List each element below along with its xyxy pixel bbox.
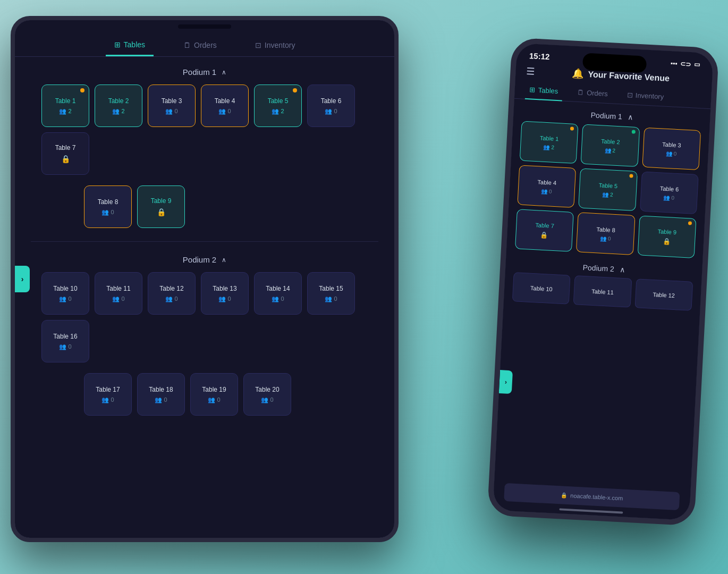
phone-table-card-5[interactable]: Table 5 👥 2	[579, 168, 638, 211]
table-card-20[interactable]: Table 20 👥 0	[243, 373, 291, 416]
table-card-12[interactable]: Table 12 👥 0	[148, 272, 196, 315]
table2-guests: 👥 2	[112, 108, 124, 115]
phone-table-card-3[interactable]: Table 3 👥 0	[642, 128, 701, 171]
table-card-4[interactable]: Table 4 👥 0	[201, 85, 249, 127]
table1-name: Table 1	[55, 97, 76, 105]
table17-name: Table 17	[96, 386, 120, 393]
phone-podium2-chevron[interactable]: ∧	[619, 265, 625, 274]
phone-inventory-label: Inventory	[635, 91, 664, 101]
phone-table10-name: Table 10	[530, 284, 553, 292]
table12-name: Table 12	[159, 285, 183, 292]
table20-guests: 👥 0	[261, 396, 273, 403]
phone-table11-name: Table 11	[591, 288, 614, 295]
tab-tables[interactable]: ⊞ Tables	[106, 36, 154, 56]
phone-table6-guests: 👥 0	[663, 194, 674, 200]
table12-guests: 👥 0	[165, 296, 177, 302]
table3-guests: 👥 0	[165, 108, 177, 115]
tablet-notch	[178, 24, 231, 29]
table15-guests: 👥 0	[325, 296, 337, 302]
phone-device: 15:12 ▪▪▪ ⊂⊃ ▭ ☰ 🔔 Your Favorite Venue ⊞…	[487, 37, 719, 526]
table17-guests: 👥 0	[101, 396, 114, 403]
table-card-13[interactable]: Table 13 👥 0	[201, 272, 249, 315]
table14-name: Table 14	[266, 285, 290, 292]
phone-table1-guests: 👥 2	[543, 144, 554, 150]
podium2-chevron[interactable]: ∧	[222, 256, 226, 264]
table-card-6[interactable]: Table 6 👥 0	[307, 85, 355, 127]
phone-sidebar-toggle[interactable]: ›	[499, 370, 513, 394]
phone-table2-guests: 👥 2	[605, 147, 616, 153]
phone-table-card-6[interactable]: Table 6 👥 0	[640, 172, 699, 215]
table5-name: Table 5	[268, 97, 289, 105]
phone-tab-orders[interactable]: 🗒 Orders	[572, 85, 612, 104]
table-card-18[interactable]: Table 18 👥 0	[137, 373, 185, 416]
table-card-7[interactable]: Table 7 🔒	[41, 132, 89, 175]
table-card-14[interactable]: Table 14 👥 0	[254, 272, 302, 315]
phone-podium1-chevron[interactable]: ∧	[627, 113, 633, 122]
phone-status-icons: ▪▪▪ ⊂⊃ ▭	[671, 60, 700, 69]
table-card-10[interactable]: Table 10 👥 0	[41, 272, 89, 315]
table-card-3[interactable]: Table 3 👥 0	[148, 85, 196, 127]
table-card-1[interactable]: Table 1 👥 2	[41, 85, 89, 127]
inventory-label: Inventory	[265, 41, 295, 49]
tab-inventory[interactable]: ⊡ Inventory	[247, 36, 304, 56]
tables-label: Tables	[124, 40, 145, 49]
table7-lock-icon: 🔒	[61, 155, 70, 163]
phone-tab-tables[interactable]: ⊞ Tables	[525, 82, 563, 101]
phone-url-bar: 🔒 noacafe.table-x.com	[504, 483, 680, 510]
table-card-5[interactable]: Table 5 👥 2	[254, 85, 302, 127]
phone-table1-name: Table 1	[540, 134, 559, 142]
podium2-tables-row2: Table 17 👥 0 Table 18 👥 0 Table 19 👥 0 T…	[15, 373, 394, 426]
signal-icon: ▪▪▪	[671, 60, 678, 67]
phone-table-card-2[interactable]: Table 2 👥 2	[581, 124, 640, 167]
table1-guests: 👥 2	[59, 108, 71, 115]
hamburger-icon[interactable]: ☰	[526, 65, 535, 78]
phone-table-card-4[interactable]: Table 4 👥 0	[517, 165, 576, 208]
phone-orders-label: Orders	[587, 89, 608, 98]
table4-name: Table 4	[215, 97, 235, 105]
table6-name: Table 6	[321, 97, 342, 105]
inventory-icon: ⊡	[255, 41, 261, 49]
phone-table-card-7[interactable]: Table 7 🔒	[515, 209, 574, 252]
phone-table-card-8[interactable]: Table 8 👥 0	[576, 212, 635, 255]
dynamic-island	[582, 53, 647, 73]
tab-orders[interactable]: 🗒 Orders	[175, 36, 225, 56]
table-card-16[interactable]: Table 16 👥 0	[41, 320, 89, 362]
phone-table3-name: Table 3	[662, 141, 681, 148]
phone-table7-lock: 🔒	[540, 231, 548, 239]
orders-icon: 🗒	[183, 41, 191, 49]
sidebar-toggle-button[interactable]: ›	[15, 266, 30, 292]
phone-table-card-10[interactable]: Table 10	[512, 272, 571, 305]
phone-table-card-1[interactable]: Table 1 👥 2	[520, 121, 579, 164]
section-divider	[31, 241, 378, 242]
podium2-tables-row1: Table 10 👥 0 Table 11 👥 0 Table 12 👥 0 T…	[15, 272, 394, 373]
phone-table-card-11[interactable]: Table 11	[573, 275, 632, 308]
phone-tables-icon: ⊞	[529, 86, 536, 94]
phone-table9-name: Table 9	[657, 228, 676, 235]
table-card-15[interactable]: Table 15 👥 0	[307, 272, 355, 315]
tablet-device: ⊞ Tables 🗒 Orders ⊡ Inventory Podium 1 ∧…	[11, 16, 399, 542]
phone-tables-label: Tables	[538, 86, 558, 95]
podium2-label: Podium 2	[183, 255, 216, 264]
podium1-chevron[interactable]: ∧	[222, 69, 226, 76]
phone-podium1-label: Podium 1	[590, 111, 622, 121]
table1-dot	[80, 88, 84, 92]
table-card-8[interactable]: Table 8 👥 0	[84, 185, 132, 228]
tables-icon: ⊞	[114, 40, 121, 49]
phone-table-card-9[interactable]: Table 9 🔒	[637, 215, 696, 258]
phone-table5-name: Table 5	[598, 182, 617, 189]
table7-name: Table 7	[55, 144, 76, 151]
table-card-11[interactable]: Table 11 👥 0	[95, 272, 142, 315]
table19-guests: 👥 0	[208, 396, 220, 403]
podium1-header: Podium 1 ∧	[15, 57, 394, 85]
table9-name: Table 9	[151, 197, 172, 205]
phone-table-card-12[interactable]: Table 12	[634, 278, 693, 311]
phone-tab-inventory[interactable]: ⊡ Inventory	[622, 87, 668, 106]
orders-label: Orders	[194, 41, 217, 49]
table-card-9[interactable]: Table 9 🔒	[137, 185, 185, 228]
phone-table5-guests: 👥 2	[602, 191, 613, 197]
table-card-2[interactable]: Table 2 👥 2	[95, 85, 142, 127]
table-card-19[interactable]: Table 19 👥 0	[190, 373, 238, 416]
table-card-17[interactable]: Table 17 👥 0	[84, 373, 132, 416]
table10-name: Table 10	[53, 285, 77, 292]
table14-guests: 👥 0	[272, 296, 284, 302]
